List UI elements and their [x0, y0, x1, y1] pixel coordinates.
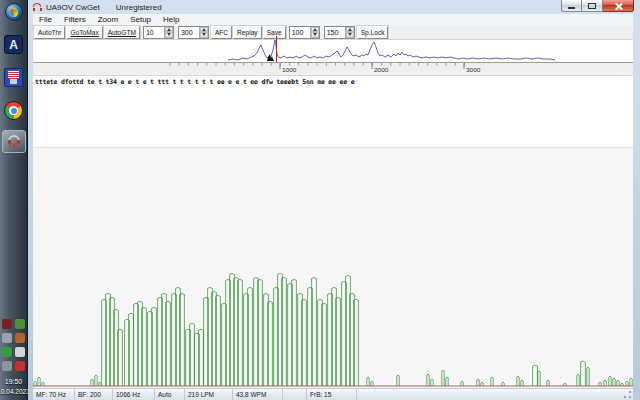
taskbar-app-a-icon[interactable]: A — [4, 35, 23, 54]
floppy-app-icon[interactable] — [4, 68, 23, 87]
speed-min-spinner[interactable]: 100 — [289, 26, 320, 39]
status-mode: Auto — [155, 389, 185, 400]
tray-icon-8[interactable] — [15, 361, 25, 371]
spin-down-icon — [200, 32, 208, 38]
spin-down-icon — [346, 32, 354, 38]
resize-grip[interactable] — [623, 390, 632, 399]
close-icon — [614, 2, 622, 10]
tuning-marker — [276, 36, 277, 62]
taskbar-clock[interactable]: 19:50 10.04.2023 — [0, 377, 30, 396]
window-title: UA9OV CwGet — [46, 3, 100, 12]
tray-icon-3[interactable] — [2, 333, 12, 343]
status-mark-frequency: MF: 70 Hz — [33, 389, 75, 400]
threshold-value: 10 — [144, 27, 164, 38]
signal-oscillogram[interactable] — [33, 147, 633, 388]
autothr-button[interactable]: AutoThr — [34, 26, 65, 39]
menu-setup[interactable]: Setup — [124, 15, 157, 24]
client-area: File Filters Zoom Setup Help AutoThr GoT… — [33, 14, 633, 400]
status-frb: FrB: 15 — [307, 389, 357, 400]
tray-icon-7[interactable] — [2, 361, 12, 371]
chrome-hub — [9, 106, 18, 115]
caption-buttons — [561, 0, 634, 12]
autogtm-button[interactable]: AutoGTM — [104, 26, 140, 39]
save-button[interactable]: Save — [263, 26, 286, 39]
menu-help[interactable]: Help — [157, 15, 185, 24]
minimize-button[interactable] — [561, 0, 582, 12]
chrome-icon[interactable] — [4, 101, 23, 120]
status-empty-1 — [283, 389, 307, 400]
system-tray — [2, 319, 26, 373]
status-frequency: 1066 Hz — [113, 389, 155, 400]
cwget-app-icon — [33, 3, 42, 11]
tray-icon-6[interactable] — [15, 347, 25, 357]
threshold-spinner[interactable]: 10 — [143, 26, 174, 39]
status-bandwidth: BF: 200 — [75, 389, 113, 400]
status-speed-lpm: 219 LPM — [185, 389, 233, 400]
menubar: File Filters Zoom Setup Help — [33, 14, 633, 25]
tray-icon-2[interactable] — [15, 319, 25, 329]
taskbar: A CW 19:50 10.04.2023 — [0, 0, 28, 400]
gotomax-button[interactable]: GoToMax — [66, 26, 102, 39]
spin-down-icon — [311, 32, 319, 38]
titlebar[interactable]: UA9OV CwGet Unregistered — [28, 0, 640, 14]
status-empty-2 — [357, 389, 633, 400]
spin-down-icon — [165, 32, 173, 38]
floppy-label — [8, 71, 19, 79]
svg-text:2000: 2000 — [374, 68, 389, 74]
splock-button[interactable]: Sp.Lock — [357, 26, 389, 39]
menu-filters[interactable]: Filters — [58, 15, 92, 24]
close-button[interactable] — [603, 0, 634, 12]
headphones-icon — [8, 135, 20, 141]
svg-text:3000: 3000 — [466, 68, 481, 74]
afc-button[interactable]: AFC — [211, 26, 232, 39]
maximize-icon — [588, 3, 596, 9]
taskbar-cwget-button-active[interactable]: CW — [2, 130, 26, 153]
speed-min-value: 100 — [290, 27, 310, 38]
status-speed-wpm: 43,8 WPM — [233, 389, 283, 400]
decoded-text-window[interactable]: tttete dfottd te t t34 e e t e t ttt t t… — [33, 76, 633, 147]
frequency-ruler[interactable]: 1000 2000 3000 — [33, 62, 633, 76]
statusbar: MF: 70 Hz BF: 200 1066 Hz Auto 219 LPM 4… — [33, 388, 633, 400]
menu-file[interactable]: File — [33, 15, 58, 24]
menu-zoom[interactable]: Zoom — [92, 15, 124, 24]
replay-button[interactable]: Replay — [233, 26, 262, 39]
registration-status: Unregistered — [116, 3, 162, 12]
minimize-icon — [568, 7, 575, 9]
speed-max-spinner[interactable]: 150 — [324, 26, 355, 39]
smoothing-spinner[interactable]: 300 — [178, 26, 209, 39]
floppy-shutter — [10, 79, 17, 84]
spectrum-display[interactable] — [33, 40, 633, 62]
desktop: A CW 19:50 10.04.2023 — [0, 0, 640, 400]
tray-icon-4[interactable] — [15, 333, 25, 343]
tray-icon-5[interactable] — [2, 347, 12, 357]
decoded-text: tttete dfottd te t t34 e e t e t ttt t t… — [35, 78, 354, 86]
clock-time: 19:50 — [0, 377, 30, 387]
windows-flag-icon — [9, 8, 18, 17]
start-button[interactable] — [5, 3, 23, 21]
tray-icon-1[interactable] — [2, 319, 12, 329]
svg-text:1000: 1000 — [282, 68, 297, 74]
maximize-button[interactable] — [582, 0, 603, 12]
cwget-window: UA9OV CwGet Unregistered File Filters Zo… — [28, 0, 640, 400]
speed-max-value: 150 — [325, 27, 345, 38]
smoothing-value: 300 — [179, 27, 199, 38]
toolbar: AutoThr GoToMax AutoGTM 10 300 AFC Repla… — [33, 25, 633, 40]
clock-date: 10.04.2023 — [0, 387, 30, 396]
